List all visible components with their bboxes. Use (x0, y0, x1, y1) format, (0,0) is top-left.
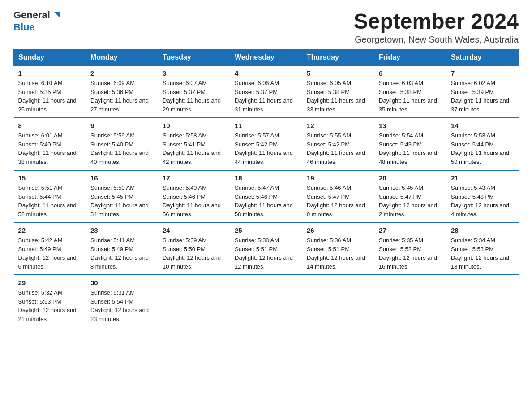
day-number: 7 (451, 69, 514, 77)
day-number: 17 (163, 174, 225, 182)
logo-blue-text: Blue (13, 21, 35, 33)
day-info: Sunrise: 5:45 AMSunset: 5:47 PMDaylight:… (379, 184, 442, 218)
day-number: 12 (307, 122, 369, 129)
weekday-header-tuesday: Tuesday (158, 50, 230, 66)
calendar-cell: 18Sunrise: 5:47 AMSunset: 5:46 PMDayligh… (230, 170, 302, 223)
day-info: Sunrise: 5:42 AMSunset: 5:49 PMDaylight:… (18, 236, 82, 271)
day-info: Sunrise: 5:50 AMSunset: 5:45 PMDaylight:… (90, 184, 153, 218)
weekday-header-friday: Friday (374, 50, 446, 66)
day-number: 11 (235, 122, 297, 129)
day-number: 18 (235, 174, 297, 182)
calendar-cell: 25Sunrise: 5:38 AMSunset: 5:51 PMDayligh… (230, 223, 302, 275)
day-info: Sunrise: 5:51 AMSunset: 5:44 PMDaylight:… (18, 184, 82, 218)
day-number: 24 (163, 227, 225, 234)
day-info: Sunrise: 5:38 AMSunset: 5:51 PMDaylight:… (235, 236, 297, 271)
day-number: 4 (235, 69, 297, 77)
svg-marker-0 (54, 12, 60, 18)
calendar-cell: 9Sunrise: 5:59 AMSunset: 5:40 PMDaylight… (86, 118, 158, 170)
calendar-week-row: 15Sunrise: 5:51 AMSunset: 5:44 PMDayligh… (14, 170, 519, 223)
day-info: Sunrise: 5:39 AMSunset: 5:50 PMDaylight:… (163, 236, 225, 271)
day-info: Sunrise: 6:09 AMSunset: 5:36 PMDaylight:… (90, 79, 153, 114)
day-number: 26 (307, 227, 369, 234)
calendar: SundayMondayTuesdayWednesdayThursdayFrid… (13, 49, 519, 327)
calendar-week-row: 22Sunrise: 5:42 AMSunset: 5:49 PMDayligh… (14, 223, 519, 275)
day-info: Sunrise: 5:53 AMSunset: 5:44 PMDaylight:… (451, 131, 514, 166)
day-info: Sunrise: 5:41 AMSunset: 5:49 PMDaylight:… (90, 236, 153, 271)
day-number: 23 (90, 227, 153, 234)
calendar-cell: 14Sunrise: 5:53 AMSunset: 5:44 PMDayligh… (446, 118, 519, 170)
day-info: Sunrise: 5:31 AMSunset: 5:54 PMDaylight:… (90, 288, 153, 323)
calendar-cell: 13Sunrise: 5:54 AMSunset: 5:43 PMDayligh… (374, 118, 446, 170)
weekday-header-wednesday: Wednesday (230, 50, 302, 66)
calendar-week-row: 8Sunrise: 6:01 AMSunset: 5:40 PMDaylight… (14, 118, 519, 170)
weekday-header-thursday: Thursday (302, 50, 374, 66)
calendar-cell: 27Sunrise: 5:35 AMSunset: 5:52 PMDayligh… (374, 223, 446, 275)
calendar-cell (374, 275, 446, 327)
calendar-body: 1Sunrise: 6:10 AMSunset: 5:35 PMDaylight… (14, 65, 519, 327)
logo-general-text: General (13, 9, 50, 21)
day-number: 15 (18, 174, 82, 182)
day-number: 27 (379, 227, 442, 234)
day-number: 6 (379, 69, 442, 77)
day-info: Sunrise: 6:05 AMSunset: 5:38 PMDaylight:… (307, 79, 369, 114)
calendar-cell: 2Sunrise: 6:09 AMSunset: 5:36 PMDaylight… (86, 65, 158, 118)
header: General Blue September 2024 Georgetown, … (13, 9, 519, 45)
calendar-cell: 7Sunrise: 6:02 AMSunset: 5:39 PMDaylight… (446, 65, 519, 118)
calendar-cell (446, 275, 519, 327)
day-info: Sunrise: 5:43 AMSunset: 5:48 PMDaylight:… (451, 184, 514, 218)
day-info: Sunrise: 5:58 AMSunset: 5:41 PMDaylight:… (163, 131, 225, 166)
day-number: 22 (18, 227, 82, 234)
day-info: Sunrise: 5:36 AMSunset: 5:51 PMDaylight:… (307, 236, 369, 271)
day-info: Sunrise: 5:54 AMSunset: 5:43 PMDaylight:… (379, 131, 442, 166)
day-info: Sunrise: 6:06 AMSunset: 5:37 PMDaylight:… (235, 79, 297, 114)
day-info: Sunrise: 5:35 AMSunset: 5:52 PMDaylight:… (379, 236, 442, 271)
day-number: 10 (163, 122, 225, 129)
day-info: Sunrise: 5:34 AMSunset: 5:53 PMDaylight:… (451, 236, 514, 271)
calendar-cell: 22Sunrise: 5:42 AMSunset: 5:49 PMDayligh… (14, 223, 86, 275)
calendar-cell (158, 275, 230, 327)
calendar-cell: 28Sunrise: 5:34 AMSunset: 5:53 PMDayligh… (446, 223, 519, 275)
day-info: Sunrise: 6:02 AMSunset: 5:39 PMDaylight:… (451, 79, 514, 114)
day-number: 16 (90, 174, 153, 182)
logo-triangle-icon (52, 10, 62, 20)
location-title: Georgetown, New South Wales, Australia (354, 34, 519, 45)
calendar-cell: 12Sunrise: 5:55 AMSunset: 5:42 PMDayligh… (302, 118, 374, 170)
calendar-cell (230, 275, 302, 327)
day-info: Sunrise: 6:07 AMSunset: 5:37 PMDaylight:… (163, 79, 225, 114)
calendar-cell: 19Sunrise: 5:46 AMSunset: 5:47 PMDayligh… (302, 170, 374, 223)
day-number: 28 (451, 227, 514, 234)
day-info: Sunrise: 5:59 AMSunset: 5:40 PMDaylight:… (90, 131, 153, 166)
day-info: Sunrise: 5:47 AMSunset: 5:46 PMDaylight:… (235, 184, 297, 218)
day-number: 8 (18, 122, 82, 129)
calendar-cell: 15Sunrise: 5:51 AMSunset: 5:44 PMDayligh… (14, 170, 86, 223)
day-number: 19 (307, 174, 369, 182)
calendar-week-row: 1Sunrise: 6:10 AMSunset: 5:35 PMDaylight… (14, 65, 519, 118)
calendar-header: SundayMondayTuesdayWednesdayThursdayFrid… (14, 50, 519, 66)
calendar-cell: 17Sunrise: 5:49 AMSunset: 5:46 PMDayligh… (158, 170, 230, 223)
day-number: 3 (163, 69, 225, 77)
calendar-cell: 6Sunrise: 6:03 AMSunset: 5:38 PMDaylight… (374, 65, 446, 118)
calendar-cell: 8Sunrise: 6:01 AMSunset: 5:40 PMDaylight… (14, 118, 86, 170)
weekday-header-sunday: Sunday (14, 50, 86, 66)
calendar-cell: 21Sunrise: 5:43 AMSunset: 5:48 PMDayligh… (446, 170, 519, 223)
calendar-cell: 23Sunrise: 5:41 AMSunset: 5:49 PMDayligh… (86, 223, 158, 275)
month-title: September 2024 (354, 9, 519, 34)
day-info: Sunrise: 5:57 AMSunset: 5:42 PMDaylight:… (235, 131, 297, 166)
day-number: 1 (18, 69, 82, 77)
day-info: Sunrise: 6:03 AMSunset: 5:38 PMDaylight:… (379, 79, 442, 114)
day-info: Sunrise: 6:10 AMSunset: 5:35 PMDaylight:… (18, 79, 82, 114)
calendar-cell: 11Sunrise: 5:57 AMSunset: 5:42 PMDayligh… (230, 118, 302, 170)
calendar-cell: 24Sunrise: 5:39 AMSunset: 5:50 PMDayligh… (158, 223, 230, 275)
calendar-cell: 16Sunrise: 5:50 AMSunset: 5:45 PMDayligh… (86, 170, 158, 223)
day-info: Sunrise: 5:49 AMSunset: 5:46 PMDaylight:… (163, 184, 225, 218)
weekday-header-row: SundayMondayTuesdayWednesdayThursdayFrid… (14, 50, 519, 66)
weekday-header-saturday: Saturday (446, 50, 519, 66)
day-number: 30 (90, 279, 153, 287)
calendar-cell: 1Sunrise: 6:10 AMSunset: 5:35 PMDaylight… (14, 65, 86, 118)
calendar-week-row: 29Sunrise: 5:32 AMSunset: 5:53 PMDayligh… (14, 275, 519, 327)
calendar-cell: 10Sunrise: 5:58 AMSunset: 5:41 PMDayligh… (158, 118, 230, 170)
day-info: Sunrise: 6:01 AMSunset: 5:40 PMDaylight:… (18, 131, 82, 166)
day-info: Sunrise: 5:46 AMSunset: 5:47 PMDaylight:… (307, 184, 369, 218)
day-number: 20 (379, 174, 442, 182)
calendar-cell: 4Sunrise: 6:06 AMSunset: 5:37 PMDaylight… (230, 65, 302, 118)
